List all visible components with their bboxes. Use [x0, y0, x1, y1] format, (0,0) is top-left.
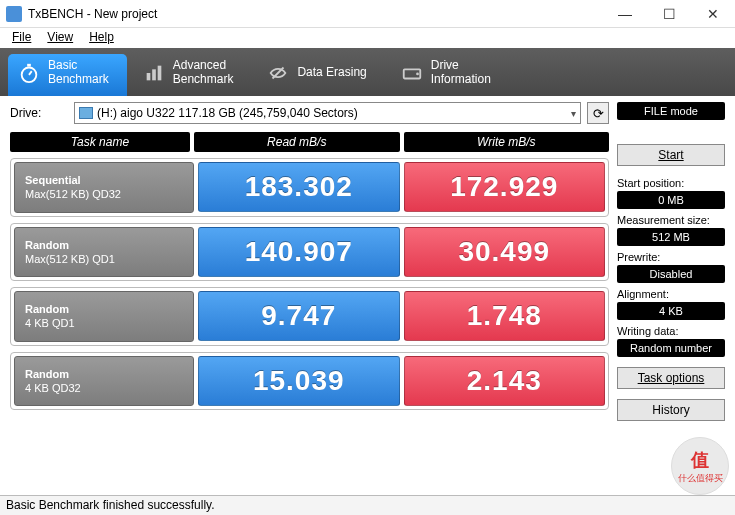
- start-position-value[interactable]: 0 MB: [617, 191, 725, 209]
- writing-data-label: Writing data:: [617, 325, 725, 337]
- write-value: 30.499: [404, 227, 606, 277]
- table-row: Sequential Max(512 KB) QD32 183.302 172.…: [10, 158, 609, 217]
- svg-rect-1: [27, 64, 31, 67]
- svg-rect-5: [157, 66, 161, 81]
- erase-icon: [267, 62, 289, 84]
- svg-point-8: [416, 73, 419, 76]
- write-value: 2.143: [404, 356, 606, 406]
- refresh-icon: ⟳: [593, 106, 604, 121]
- minimize-button[interactable]: —: [603, 0, 647, 28]
- write-value: 172.929: [404, 162, 606, 212]
- window-title: TxBENCH - New project: [28, 7, 603, 21]
- table-row: Random 4 KB QD32 15.039 2.143: [10, 352, 609, 411]
- tab-drive-information[interactable]: Drive Information: [391, 54, 509, 96]
- header-task: Task name: [10, 132, 190, 152]
- maximize-button[interactable]: ☐: [647, 0, 691, 28]
- read-value: 15.039: [198, 356, 400, 406]
- read-value: 183.302: [198, 162, 400, 212]
- start-button[interactable]: Start: [617, 144, 725, 166]
- bars-icon: [143, 62, 165, 84]
- writing-data-value[interactable]: Random number: [617, 339, 725, 357]
- task-cell: Random Max(512 KB) QD1: [14, 227, 194, 278]
- prewrite-label: Prewrite:: [617, 251, 725, 263]
- tab-label: Drive Information: [431, 59, 491, 87]
- menu-help[interactable]: Help: [81, 28, 122, 48]
- task-cell: Sequential Max(512 KB) QD32: [14, 162, 194, 213]
- refresh-button[interactable]: ⟳: [587, 102, 609, 124]
- alignment-value[interactable]: 4 KB: [617, 302, 725, 320]
- drive-select[interactable]: (H:) aigo U322 117.18 GB (245,759,040 Se…: [74, 102, 581, 124]
- menu-view[interactable]: View: [39, 28, 81, 48]
- prewrite-value[interactable]: Disabled: [617, 265, 725, 283]
- drive-value: (H:) aigo U322 117.18 GB (245,759,040 Se…: [97, 106, 567, 120]
- header-write: Write mB/s: [404, 132, 610, 152]
- svg-rect-4: [152, 69, 156, 80]
- header-read: Read mB/s: [194, 132, 400, 152]
- history-button[interactable]: History: [617, 399, 725, 421]
- table-row: Random 4 KB QD1 9.747 1.748: [10, 287, 609, 346]
- tab-basic-benchmark[interactable]: Basic Benchmark: [8, 54, 127, 96]
- watermark: 值 什么值得买: [671, 437, 729, 495]
- chevron-down-icon: ▾: [571, 108, 576, 119]
- tab-data-erasing[interactable]: Data Erasing: [257, 54, 384, 96]
- table-row: Random Max(512 KB) QD1 140.907 30.499: [10, 223, 609, 282]
- status-bar: Basic Benchmark finished successfully.: [0, 495, 735, 515]
- read-value: 9.747: [198, 291, 400, 341]
- svg-rect-3: [146, 73, 150, 80]
- svg-line-2: [29, 71, 32, 75]
- app-icon: [6, 6, 22, 22]
- stopwatch-icon: [18, 62, 40, 84]
- tab-advanced-benchmark[interactable]: Advanced Benchmark: [133, 54, 252, 96]
- tab-label: Data Erasing: [297, 66, 366, 80]
- drive-icon: [401, 62, 423, 84]
- menu-file[interactable]: File: [4, 28, 39, 48]
- read-value: 140.907: [198, 227, 400, 277]
- task-cell: Random 4 KB QD1: [14, 291, 194, 342]
- drive-disk-icon: [79, 107, 93, 119]
- measurement-size-label: Measurement size:: [617, 214, 725, 226]
- alignment-label: Alignment:: [617, 288, 725, 300]
- tab-label: Basic Benchmark: [48, 59, 109, 87]
- drive-label: Drive:: [10, 106, 68, 120]
- task-options-button[interactable]: Task options: [617, 367, 725, 389]
- tab-label: Advanced Benchmark: [173, 59, 234, 87]
- close-button[interactable]: ✕: [691, 0, 735, 28]
- file-mode-button[interactable]: FILE mode: [617, 102, 725, 120]
- write-value: 1.748: [404, 291, 606, 341]
- start-position-label: Start position:: [617, 177, 725, 189]
- measurement-size-value[interactable]: 512 MB: [617, 228, 725, 246]
- task-cell: Random 4 KB QD32: [14, 356, 194, 407]
